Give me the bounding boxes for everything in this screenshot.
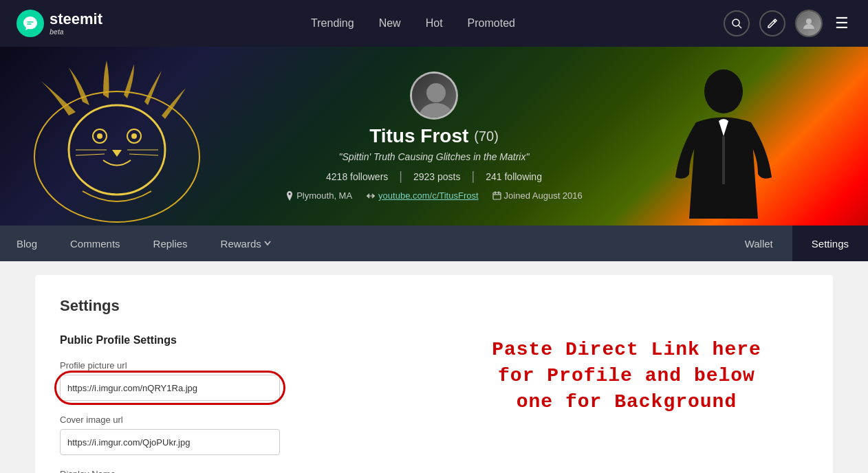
- svg-point-19: [704, 69, 743, 113]
- svg-point-2: [806, 19, 812, 24]
- nav-new[interactable]: New: [379, 17, 401, 30]
- tab-blog[interactable]: Blog: [0, 226, 54, 261]
- banner-lion-art: [14, 60, 220, 226]
- edit-icon: [767, 18, 778, 29]
- cover-image-url-label: Cover image url: [60, 415, 808, 425]
- profile-tabs-bar: Blog Comments Replies Rewards Wallet Set…: [0, 226, 868, 261]
- profile-username: Titus Frost: [369, 125, 468, 147]
- svg-point-0: [733, 19, 739, 26]
- calendar-icon: [492, 191, 501, 200]
- svg-line-12: [129, 154, 158, 155]
- display-name-label: Display Name: [60, 469, 808, 473]
- profile-info: Titus Frost (70) "Spittin' Truth Causing…: [285, 72, 583, 201]
- following-count[interactable]: 241 following: [475, 171, 553, 182]
- profile-joined: Joined August 2016: [492, 190, 583, 201]
- profile-location: Plymouth, MA: [285, 190, 352, 201]
- profile-meta: Plymouth, MA youtube.com/c/TitusFrost Jo…: [285, 190, 583, 201]
- svg-point-13: [426, 83, 446, 102]
- location-icon: [285, 191, 294, 201]
- nav-actions: ☰: [724, 10, 851, 37]
- logo-area: steemit beta: [17, 10, 102, 37]
- person-silhouette-svg: [662, 67, 785, 226]
- avatar-icon: [801, 15, 817, 32]
- profile-avatar-icon: [412, 74, 458, 120]
- menu-button[interactable]: ☰: [832, 12, 851, 35]
- banner-person-art: [662, 67, 785, 226]
- profile-pic-url-input[interactable]: [60, 375, 280, 401]
- tab-settings[interactable]: Settings: [792, 226, 868, 261]
- profile-pic-url-group: Profile picture url: [60, 360, 808, 401]
- nav-links: Trending New Hot Promoted: [311, 17, 515, 30]
- svg-rect-15: [493, 192, 501, 199]
- main-content: Settings Public Profile Settings Profile…: [0, 261, 868, 473]
- search-icon: [731, 18, 742, 29]
- tab-replies[interactable]: Replies: [137, 226, 204, 261]
- search-button[interactable]: [724, 10, 750, 36]
- public-profile-section-title: Public Profile Settings: [60, 334, 808, 346]
- profile-stats: 4218 followers | 2923 posts | 241 follow…: [285, 169, 583, 184]
- steemit-logo-icon: [17, 10, 44, 37]
- tab-comments[interactable]: Comments: [54, 226, 137, 261]
- posts-count: 2923 posts: [402, 171, 472, 182]
- display-name-group: Display Name: [60, 469, 808, 473]
- cover-image-url-input[interactable]: [60, 429, 280, 455]
- nav-promoted[interactable]: Promoted: [468, 17, 515, 30]
- svg-point-14: [289, 192, 291, 195]
- profile-website: youtube.com/c/TitusFrost: [366, 190, 478, 201]
- top-navigation: steemit beta Trending New Hot Promoted: [0, 0, 868, 47]
- settings-page-title: Settings: [60, 297, 808, 315]
- profile-name-display: Titus Frost (70): [285, 125, 583, 147]
- settings-card: Settings Public Profile Settings Profile…: [35, 275, 833, 473]
- profile-banner: Titus Frost (70) "Spittin' Truth Causing…: [0, 47, 868, 226]
- profile-tagline: "Spittin' Truth Causing Glitches in the …: [285, 151, 583, 162]
- nav-hot[interactable]: Hot: [426, 17, 443, 30]
- tab-wallet[interactable]: Wallet: [726, 226, 792, 261]
- nav-trending[interactable]: Trending: [311, 17, 354, 30]
- cover-image-url-group: Cover image url: [60, 415, 808, 455]
- tab-rewards[interactable]: Rewards: [204, 226, 287, 261]
- profile-picture-wrapper: [285, 72, 583, 120]
- followers-count[interactable]: 4218 followers: [315, 171, 399, 182]
- user-avatar[interactable]: [795, 10, 823, 37]
- profile-pic-url-wrapper: [60, 375, 280, 401]
- svg-point-7: [97, 133, 102, 139]
- svg-line-10: [76, 154, 105, 155]
- steemit-wordmark: steemit beta: [50, 11, 102, 35]
- profile-pic-url-label: Profile picture url: [60, 360, 808, 371]
- profile-reputation: (70): [474, 129, 499, 144]
- edit-button[interactable]: [759, 10, 785, 36]
- lion-svg: [14, 60, 220, 226]
- link-icon: [366, 192, 376, 199]
- svg-point-8: [131, 133, 137, 139]
- profile-picture: [410, 72, 458, 120]
- chevron-down-icon: [264, 241, 271, 246]
- svg-line-1: [739, 25, 741, 28]
